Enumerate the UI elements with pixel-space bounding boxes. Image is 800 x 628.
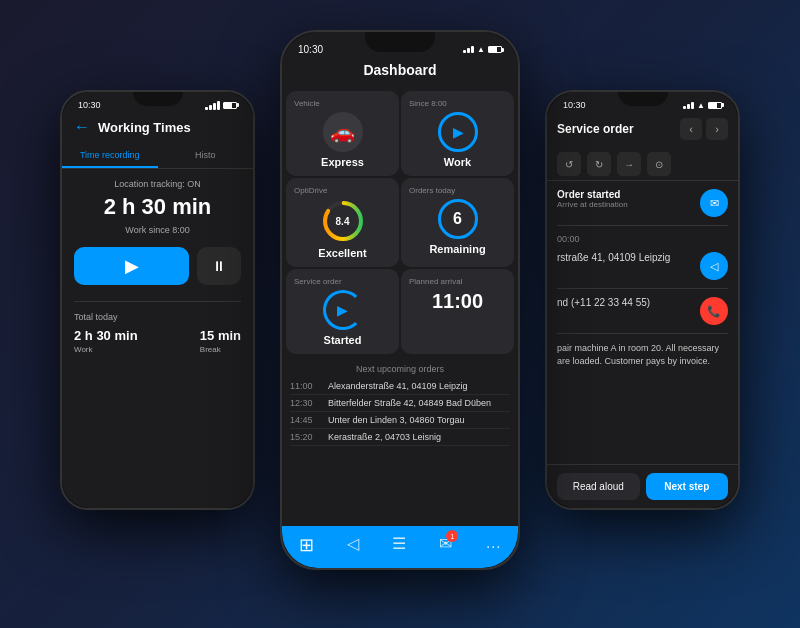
- signal-r3: [691, 102, 694, 109]
- vehicle-card[interactable]: Vehicle 🚗 Express: [286, 91, 399, 176]
- wifi-icon-r: ▲: [697, 101, 705, 110]
- next-arrow[interactable]: ›: [706, 118, 728, 140]
- navigate-action-btn[interactable]: ◁: [700, 252, 728, 280]
- playback-controls: ▶ ⏸: [74, 247, 241, 285]
- undo-button[interactable]: ↺: [557, 152, 581, 176]
- upcoming-title: Next upcoming orders: [290, 364, 510, 374]
- undo-icon: ↺: [565, 159, 573, 170]
- vehicle-icon-circle: 🚗: [323, 112, 363, 152]
- pause-icon: ⏸: [212, 258, 226, 274]
- right-content: Order started Arrive at destination ✉ 00…: [547, 181, 738, 464]
- work-since-label: Since 8:00: [409, 99, 447, 108]
- signal-1: [205, 107, 208, 110]
- nav-arrows: ‹ ›: [680, 118, 728, 140]
- info-icon: ⊙: [655, 159, 663, 170]
- redo-button[interactable]: ↻: [587, 152, 611, 176]
- phone-row: nd (+11 22 33 44 55) 📞: [557, 297, 728, 325]
- order-time-4: 15:20: [290, 432, 320, 442]
- back-arrow-icon[interactable]: ←: [74, 118, 90, 136]
- service-title: Started: [324, 334, 362, 346]
- order-status-sub: Arrive at destination: [557, 200, 694, 209]
- car-icon: 🚗: [330, 120, 355, 144]
- vehicle-title: Express: [321, 156, 364, 168]
- work-time-value: 2 h 30 min: [74, 328, 138, 343]
- more-nav-icon: …: [485, 534, 501, 552]
- left-phone-title: Working Times: [98, 120, 191, 135]
- dashboard-title: Dashboard: [363, 62, 436, 78]
- big-time-display: 2 h 30 min: [74, 195, 241, 219]
- status-time-left: 10:30: [78, 100, 101, 110]
- left-header: ← Working Times: [62, 112, 253, 144]
- redo-icon: ↻: [595, 159, 603, 170]
- prev-arrow[interactable]: ‹: [680, 118, 702, 140]
- work-icon-circle: ▶: [438, 112, 478, 152]
- service-icon-circle: ▶: [323, 290, 363, 330]
- nav-dashboard[interactable]: ⊞: [299, 534, 314, 556]
- divider-left: [74, 301, 241, 302]
- time-value: 00:00: [557, 234, 728, 244]
- orders-card[interactable]: Orders today 6 Remaining: [401, 178, 514, 267]
- planned-card[interactable]: Planned arrival 11:00: [401, 269, 514, 354]
- service-card[interactable]: Service order ▶ Started: [286, 269, 399, 354]
- notch-center: [365, 32, 435, 52]
- screen-center: 10:30 ▲ Dashboard: [282, 32, 518, 568]
- notch-left: [133, 92, 183, 106]
- break-time-value: 15 min: [200, 328, 241, 343]
- order-row-4[interactable]: 15:20 Kerastraße 2, 04703 Leisnig: [290, 429, 510, 446]
- signal-c2: [467, 48, 470, 53]
- location-nav-icon: ◁: [347, 534, 359, 553]
- screen-right: 10:30 ▲ Service order ‹: [547, 92, 738, 508]
- signal-r1: [683, 106, 686, 109]
- bottom-nav: ⊞ ◁ ☰ ✉ 1 …: [282, 526, 518, 568]
- nav-orders[interactable]: ☰: [392, 534, 406, 556]
- service-icon: ▶: [337, 302, 348, 318]
- dashboard-grid: Vehicle 🚗 Express Since 8:00 ▶ Work: [282, 87, 518, 358]
- center-header: Dashboard: [282, 57, 518, 87]
- order-time-2: 12:30: [290, 398, 320, 408]
- play-button[interactable]: ▶: [74, 247, 189, 285]
- pause-button[interactable]: ⏸: [197, 247, 241, 285]
- order-addr-3: Unter den Linden 3, 04860 Torgau: [328, 415, 464, 425]
- signal-2: [209, 105, 212, 110]
- message-action-btn[interactable]: ✉: [700, 189, 728, 217]
- left-content: Location tracking: ON 2 h 30 min Work si…: [62, 169, 253, 508]
- call-action-btn[interactable]: 📞: [700, 297, 728, 325]
- planned-time-value: 11:00: [432, 290, 483, 313]
- order-row-3[interactable]: 14:45 Unter den Linden 3, 04860 Torgau: [290, 412, 510, 429]
- nav-location[interactable]: ◁: [347, 534, 359, 556]
- tab-history[interactable]: Histo: [158, 144, 254, 168]
- nav-more[interactable]: …: [485, 534, 501, 556]
- tab-time-recording[interactable]: Time recording: [62, 144, 158, 168]
- order-time-1: 11:00: [290, 381, 320, 391]
- work-title: Work: [444, 156, 471, 168]
- phone-icon: 📞: [707, 305, 721, 318]
- battery-fill-r: [709, 103, 717, 108]
- upcoming-section: Next upcoming orders 11:00 Alexanderstra…: [282, 358, 518, 526]
- forward-button[interactable]: →: [617, 152, 641, 176]
- divider-r2: [557, 288, 728, 289]
- optidrive-gauge: 8.4: [321, 199, 365, 243]
- order-row-1[interactable]: 11:00 Alexanderstraße 41, 04109 Leipzig: [290, 378, 510, 395]
- notch-right: [618, 92, 668, 106]
- time-row: 00:00: [557, 234, 728, 244]
- status-time-center: 10:30: [298, 44, 323, 55]
- description-section: pair machine A in room 20. All necessary…: [557, 342, 728, 367]
- vehicle-label: Vehicle: [294, 99, 320, 108]
- nav-messages[interactable]: ✉ 1: [439, 534, 452, 556]
- dashboard-icon: ⊞: [299, 534, 314, 556]
- battery-fill-c: [489, 47, 497, 52]
- optidrive-card[interactable]: OptiDrive: [286, 178, 399, 267]
- work-label: Work: [74, 345, 138, 354]
- battery-fill: [224, 103, 232, 108]
- address-text: rstraße 41, 04109 Leipzig: [557, 252, 670, 263]
- service-label: Service order: [294, 277, 342, 286]
- work-card[interactable]: Since 8:00 ▶ Work: [401, 91, 514, 176]
- work-stat: 2 h 30 min Work: [74, 328, 138, 354]
- break-stat: 15 min Break: [200, 328, 241, 354]
- next-step-button[interactable]: Next step: [646, 473, 729, 500]
- read-aloud-button[interactable]: Read aloud: [557, 473, 640, 500]
- order-row-2[interactable]: 12:30 Bitterfelder Straße 42, 04849 Bad …: [290, 395, 510, 412]
- info-button[interactable]: ⊙: [647, 152, 671, 176]
- signal-c3: [471, 46, 474, 53]
- play-icon: ▶: [125, 255, 139, 277]
